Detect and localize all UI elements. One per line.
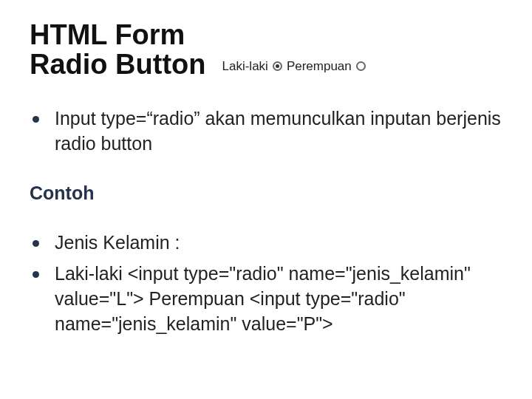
bullet-list-2: Jenis Kelamin : Laki-laki <input type="r… [30,231,502,336]
radio-icon-unselected [356,61,366,71]
sample-label-1: Laki-laki [222,59,268,74]
title-line-1: HTML Form [30,19,185,50]
radio-icon-selected [273,61,282,71]
section-label: Contoh [30,183,502,204]
title-line-2: Radio Button [30,49,206,80]
slide-title: HTML Form Radio Button [30,21,206,80]
title-row: HTML Form Radio Button Laki-laki Perempu… [30,21,502,80]
bullet-item: Input type=“radio” akan memunculkan inpu… [30,106,502,157]
bullet-item: Jenis Kelamin : [30,231,502,256]
radio-sample: Laki-laki Perempuan [219,56,372,77]
bullet-item: Laki-laki <input type="radio" name="jeni… [30,262,502,336]
sample-label-2: Perempuan [287,59,352,74]
bullet-list-1: Input type=“radio” akan memunculkan inpu… [30,106,502,157]
